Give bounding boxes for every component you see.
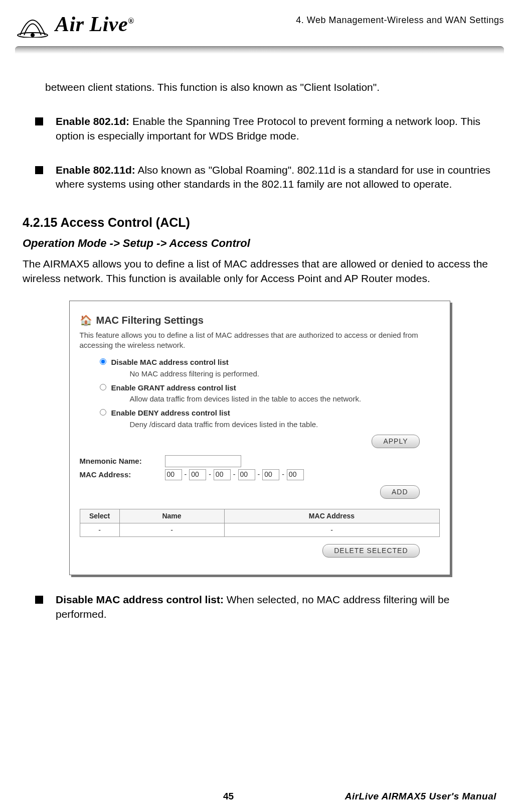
footer-manual-title: AirLive AIRMAX5 User's Manual	[345, 791, 496, 802]
mac-octet-4[interactable]: 00	[238, 469, 255, 480]
brand-text: Air Live®	[55, 12, 134, 36]
bullet-icon	[35, 117, 43, 125]
mnemonic-input[interactable]	[165, 455, 241, 467]
chapter-header: 4. Web Management-Wireless and WAN Setti…	[296, 15, 504, 26]
radio-grant-mac[interactable]	[100, 384, 106, 390]
mac-octet-6[interactable]: 00	[287, 469, 304, 480]
bullet-icon	[35, 166, 43, 174]
add-button[interactable]: ADD	[380, 485, 420, 499]
delete-selected-button[interactable]: DELETE SELECTED	[322, 544, 419, 558]
wifi-logo-icon	[15, 10, 50, 38]
cell-name: -	[119, 523, 224, 537]
mnemonic-label: Mnemonic Name:	[80, 456, 160, 466]
radio-deny-sub: Deny /discard data traffic from devices …	[130, 420, 440, 430]
bullet-icon	[35, 596, 43, 604]
header-divider	[15, 46, 504, 54]
col-name: Name	[119, 509, 224, 523]
section-heading-acl: 4.2.15 Access Control (ACL)	[23, 214, 496, 231]
radio-disable-mac[interactable]	[100, 358, 106, 365]
mac-octet-1[interactable]: 00	[165, 469, 182, 480]
intro-continuation: between client stations. This function i…	[45, 80, 496, 94]
bullet-8021d: Enable 802.1d: Enable the Spanning Tree …	[56, 114, 496, 143]
page-number: 45	[223, 791, 234, 802]
svg-point-1	[31, 33, 35, 37]
radio-grant-label: Enable GRANT address control list	[111, 383, 236, 393]
col-select: Select	[80, 509, 119, 523]
apply-button[interactable]: APPLY	[372, 435, 419, 448]
mac-label: MAC Address:	[80, 470, 160, 480]
radio-deny-label: Enable DENY address control list	[111, 408, 230, 418]
cell-select: -	[80, 523, 119, 537]
mac-octet-2[interactable]: 00	[189, 469, 206, 480]
mac-octet-3[interactable]: 00	[214, 469, 231, 480]
table-row: - - -	[80, 523, 439, 537]
radio-grant-sub: Allow data traffic from devices listed i…	[130, 394, 440, 404]
radio-deny-mac[interactable]	[100, 409, 106, 416]
cell-mac: -	[224, 523, 439, 537]
mac-filtering-screenshot: 🏠 MAC Filtering Settings This feature al…	[69, 301, 450, 575]
acl-table: Select Name MAC Address - - -	[80, 509, 440, 537]
table-header-row: Select Name MAC Address	[80, 509, 439, 523]
mac-octet-5[interactable]: 00	[262, 469, 279, 480]
col-mac: MAC Address	[224, 509, 439, 523]
screenshot-title: MAC Filtering Settings	[96, 314, 204, 327]
radio-disable-label: Disable MAC address control list	[111, 357, 229, 367]
house-icon: 🏠	[80, 314, 92, 327]
bullet-disable-mac-desc: Disable MAC address control list: When s…	[56, 593, 496, 621]
bullet-80211d: Enable 802.11d: Also known as "Global Ro…	[56, 163, 496, 192]
screenshot-intro: This feature allows you to define a list…	[80, 330, 440, 351]
breadcrumb-path: Operation Mode -> Setup -> Access Contro…	[23, 236, 496, 251]
section-description: The AIRMAX5 allows you to define a list …	[23, 257, 496, 286]
radio-disable-sub: No MAC address filtering is performed.	[130, 369, 440, 379]
